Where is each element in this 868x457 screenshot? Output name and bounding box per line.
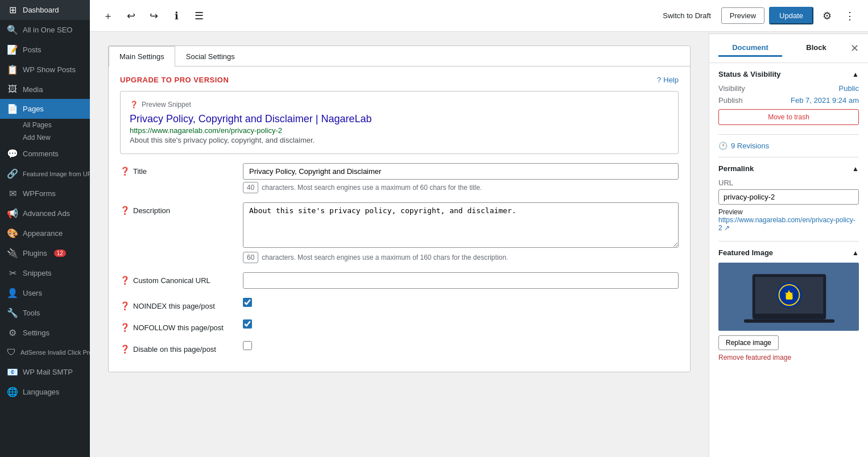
status-visibility-header[interactable]: Status & Visibility ▲ (718, 70, 859, 78)
title-input[interactable] (243, 163, 679, 180)
plugins-badge: 12 (54, 250, 66, 257)
description-char-count: 60 characters. Most search engines use a… (243, 252, 679, 263)
move-to-trash-wrap: Move to trash (718, 109, 859, 125)
featured-image-svg: ★ (718, 263, 859, 331)
posts-icon: 📝 (7, 44, 18, 55)
permalink-url-input[interactable] (718, 189, 859, 205)
sidebar-item-adsense[interactable]: 🛡 AdSense Invalid Click Protector (0, 343, 90, 362)
info-button[interactable]: ℹ (167, 7, 185, 25)
featured-image-header[interactable]: Featured Image ▲ (718, 248, 859, 257)
appearance-icon: 🎨 (7, 228, 18, 239)
rp-close-button[interactable]: ✕ (850, 42, 859, 55)
sidebar-item-label: Settings (23, 329, 49, 337)
sidebar-item-plugins[interactable]: 🔌 Plugins 12 (0, 243, 90, 263)
sidebar-item-wp-mail-smtp[interactable]: 📧 WP Mail SMTP (0, 362, 90, 382)
switch-to-draft-button[interactable]: Switch to Draft (657, 8, 717, 23)
rp-tab-block[interactable]: Block (784, 40, 848, 57)
settings-icon: ⚙ (7, 327, 18, 338)
featured-image-section: Featured Image ▲ (718, 248, 859, 362)
upgrade-link[interactable]: UPGRADE TO PRO VERSION (120, 76, 229, 84)
sidebar-item-label: Posts (23, 45, 42, 54)
sidebar-item-label: Dashboard (23, 6, 59, 14)
sidebar-item-all-in-one-seo[interactable]: 🔍 All in One SEO (0, 20, 90, 40)
description-control-wrap: 60 characters. Most search engines use a… (243, 202, 679, 263)
sidebar-sub-add-new[interactable]: Add New (0, 131, 90, 144)
seo-icon: 🔍 (7, 24, 18, 35)
noindex-checkbox[interactable] (243, 298, 252, 307)
users-icon: 👤 (7, 288, 18, 298)
nofollow-checkbox[interactable] (243, 319, 252, 329)
featured-image-container: ★ (718, 263, 859, 331)
snippet-title[interactable]: Privacy Policy, Copyright and Disclaimer… (130, 113, 372, 124)
rp-tab-document[interactable]: Document (718, 40, 782, 57)
disable-checkbox[interactable] (243, 341, 252, 350)
nofollow-row: ❓ NOFOLLOW this page/post (120, 319, 679, 332)
permalink-preview-link[interactable]: https://www.nagarelab.com/en/privacy-pol… (718, 216, 855, 232)
sidebar-item-label: Featured Image from URL (23, 171, 90, 177)
sidebar-item-appearance[interactable]: 🎨 Appearance (0, 223, 90, 243)
sidebar-sub-all-pages[interactable]: All Pages (0, 119, 90, 131)
noindex-question-icon: ❓ (120, 301, 130, 310)
nofollow-control-wrap (243, 319, 679, 329)
canonical-input[interactable] (243, 272, 679, 289)
tab-social-settings[interactable]: Social Settings (175, 46, 246, 67)
sidebar-item-label: WPForms (23, 189, 56, 198)
sidebar-item-featured-image-from-url[interactable]: 🔗 Featured Image from URL (0, 164, 90, 184)
snippet-label: ❓ Preview Snippet (130, 101, 669, 109)
sidebar-item-label: Pages (23, 105, 44, 113)
sidebar-item-label: Advanced Ads (23, 209, 70, 218)
permalink-header[interactable]: Permalink ▲ (718, 164, 859, 173)
title-label: ❓ Title (120, 163, 234, 176)
remove-featured-image-link[interactable]: Remove featured image (718, 354, 859, 362)
snippet-url: https://www.nagarelab.com/en/privacy-pol… (130, 126, 669, 135)
nofollow-label: ❓ NOFOLLOW this page/post (120, 319, 234, 332)
undo-button[interactable]: ↩ (122, 7, 140, 25)
toolbar: ＋ ↩ ↪ ℹ ☰ Switch to Draft Preview Update… (90, 0, 868, 32)
sidebar-item-posts[interactable]: 📝 Posts (0, 40, 90, 60)
title-control-wrap: 40 characters. Most search engines use a… (243, 163, 679, 193)
tab-main-settings[interactable]: Main Settings (109, 46, 175, 67)
sidebar-item-wpforms[interactable]: ✉ WPForms (0, 184, 90, 203)
redo-button[interactable]: ↪ (144, 7, 163, 25)
add-block-button[interactable]: ＋ (99, 7, 117, 25)
title-char-badge: 40 (243, 182, 258, 193)
visibility-value[interactable]: Public (839, 84, 859, 93)
sidebar-item-label: Tools (23, 309, 40, 317)
aioseo-tab-bar: Main Settings Social Settings (109, 46, 690, 67)
sidebar-item-languages[interactable]: 🌐 Languages (0, 382, 90, 402)
permalink-url-label: URL (718, 178, 859, 187)
more-options-button[interactable]: ⋮ (841, 7, 859, 25)
plugins-icon: 🔌 (7, 248, 18, 259)
preview-button[interactable]: Preview (721, 7, 764, 24)
sidebar-item-media[interactable]: 🖼 Media (0, 80, 90, 99)
noindex-control-wrap (243, 298, 679, 307)
sidebar-item-settings[interactable]: ⚙ Settings (0, 323, 90, 343)
revisions-row[interactable]: 🕐 9 Revisions (718, 142, 859, 150)
description-textarea[interactable] (243, 202, 679, 248)
status-chevron-icon: ▲ (852, 70, 859, 78)
sidebar-item-users[interactable]: 👤 Users (0, 283, 90, 303)
nofollow-question-icon: ❓ (120, 323, 130, 332)
document-settings-button[interactable]: ⚙ (818, 7, 836, 25)
sidebar-item-snippets[interactable]: ✂ Snippets (0, 263, 90, 283)
list-view-button[interactable]: ☰ (190, 7, 208, 25)
sidebar-item-advanced-ads[interactable]: 📢 Advanced Ads (0, 203, 90, 223)
visibility-label: Visibility (718, 84, 745, 93)
noindex-row: ❓ NOINDEX this page/post (120, 298, 679, 310)
publish-value[interactable]: Feb 7, 2021 9:24 am (791, 96, 859, 105)
sidebar-item-pages[interactable]: 📄 Pages (0, 99, 90, 119)
sidebar-item-wp-show-posts[interactable]: 📋 WP Show Posts (0, 60, 90, 80)
wpforms-icon: ✉ (7, 188, 18, 199)
move-to-trash-button[interactable]: Move to trash (718, 109, 859, 125)
revisions-icon: 🕐 (718, 142, 728, 150)
featured-image-chevron-icon: ▲ (852, 249, 859, 257)
aioseo-panel-body: UPGRADE TO PRO VERSION ? Help ❓ Preview … (109, 67, 690, 372)
update-button[interactable]: Update (769, 7, 813, 24)
sidebar-item-comments[interactable]: 💬 Comments (0, 144, 90, 164)
sidebar: ⊞ Dashboard 🔍 All in One SEO 📝 Posts 📋 W… (0, 0, 90, 457)
help-link[interactable]: ? Help (657, 76, 679, 84)
replace-image-button[interactable]: Replace image (718, 335, 779, 350)
sidebar-item-tools[interactable]: 🔧 Tools (0, 303, 90, 323)
canonical-control-wrap (243, 272, 679, 289)
sidebar-item-dashboard[interactable]: ⊞ Dashboard (0, 0, 90, 20)
